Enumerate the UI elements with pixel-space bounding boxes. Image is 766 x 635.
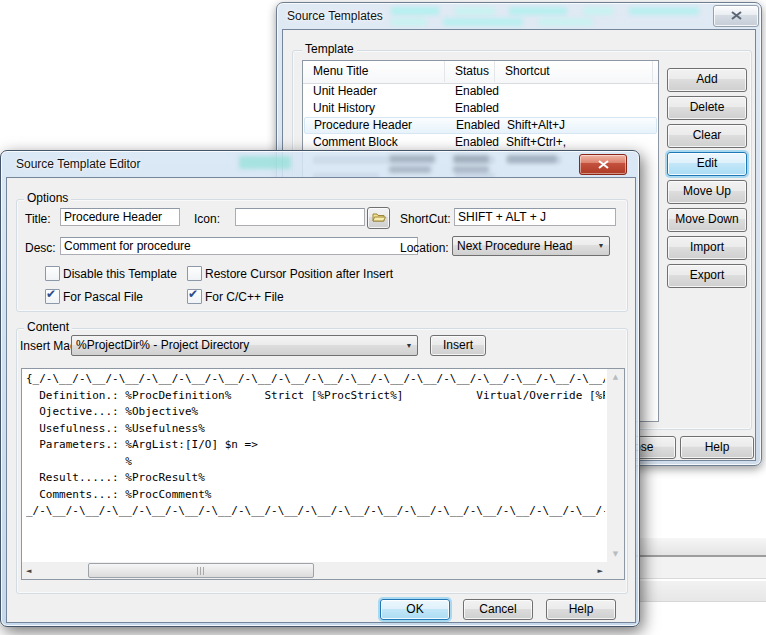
- table-row-selected[interactable]: Procedure Header Enabled Shift+Alt+J: [304, 117, 657, 134]
- glass-reflection: [455, 7, 495, 15]
- scroll-left-icon[interactable]: ◄: [26, 567, 31, 575]
- icon-field[interactable]: [235, 208, 365, 226]
- add-button[interactable]: Add: [667, 68, 747, 92]
- table-row[interactable]: Comment Block Enabled Shift+Ctrl+,: [303, 134, 658, 151]
- cell-shortcut: [506, 83, 646, 100]
- cell-status: Enabled: [455, 134, 503, 151]
- move-up-button[interactable]: Move Up: [667, 180, 747, 204]
- insert-macro-dropdown[interactable]: %ProjectDir% - Project Directory ▼: [71, 335, 418, 356]
- dialog-title: Source Templates: [287, 9, 383, 23]
- shortcut-field[interactable]: SHIFT + ALT + J: [454, 208, 616, 226]
- edit-button[interactable]: Edit: [667, 152, 747, 176]
- obscured-text: [453, 155, 489, 163]
- desc-label: Desc:: [25, 241, 56, 255]
- chevron-down-icon: ▼: [401, 336, 417, 355]
- help-button[interactable]: Help: [546, 599, 616, 620]
- disable-template-checkbox[interactable]: [45, 266, 60, 281]
- dialog-title: Source Template Editor: [16, 157, 141, 171]
- table-row[interactable]: Unit Header Enabled: [303, 83, 658, 100]
- obscured-text: [507, 155, 557, 163]
- disable-template-label: Disable this Template: [63, 267, 177, 281]
- column-header-menu-title[interactable]: Menu Title: [303, 61, 445, 82]
- cell-menu-title: Comment Block: [313, 134, 443, 151]
- clear-button[interactable]: Clear: [667, 124, 747, 148]
- cell-shortcut: [506, 100, 646, 117]
- template-group-label: Template: [302, 43, 357, 56]
- glass-reflection: [239, 156, 291, 169]
- import-button[interactable]: Import: [667, 236, 747, 260]
- list-header[interactable]: Menu Title Status Shortcut: [303, 61, 658, 84]
- cell-menu-title: Procedure Header: [314, 118, 444, 133]
- obscured-text: [453, 166, 489, 173]
- restore-cursor-checkbox[interactable]: [187, 266, 202, 281]
- background-panel-bottom: [618, 581, 766, 602]
- content-group-label: Content: [24, 321, 72, 334]
- insert-macro-value: %ProjectDir% - Project Directory: [76, 336, 399, 355]
- scrollbar-thumb[interactable]: [88, 563, 314, 578]
- obscured-text: [389, 155, 435, 163]
- chevron-down-icon: ▼: [593, 237, 609, 255]
- location-value: Next Procedure Head: [457, 237, 591, 255]
- browse-icon-button[interactable]: [367, 207, 390, 229]
- cell-menu-title: Unit History: [313, 100, 443, 117]
- delete-button[interactable]: Delete: [667, 96, 747, 120]
- restore-cursor-label: Restore Cursor Position after Insert: [205, 267, 393, 281]
- pascal-file-label: For Pascal File: [63, 290, 143, 304]
- table-row[interactable]: Unit History Enabled: [303, 100, 658, 117]
- scroll-right-icon[interactable]: ►: [598, 567, 603, 575]
- options-group-label: Options: [24, 192, 71, 205]
- title-field[interactable]: Procedure Header: [60, 208, 180, 226]
- desc-field[interactable]: Comment for procedure: [60, 237, 418, 255]
- scroll-up-icon[interactable]: ▲: [607, 373, 624, 381]
- vertical-scrollbar[interactable]: ▲ ▼: [607, 369, 624, 562]
- help-button[interactable]: Help: [680, 436, 754, 459]
- pascal-file-checkbox[interactable]: ✔: [45, 289, 60, 304]
- template-content-editor[interactable]: {_/-\__/-\__/-\__/-\__/-\__/-\__/-\__/-\…: [21, 368, 625, 580]
- cpp-file-checkbox[interactable]: ✔: [187, 289, 202, 304]
- move-down-button[interactable]: Move Down: [667, 208, 747, 232]
- editor-titlebar[interactable]: Source Template Editor: [1, 151, 639, 177]
- source-templates-titlebar[interactable]: Source Templates: [277, 3, 761, 29]
- export-button[interactable]: Export: [667, 264, 747, 288]
- cell-shortcut: Shift+Ctrl+,: [506, 134, 646, 151]
- scroll-down-icon[interactable]: ▼: [607, 550, 624, 558]
- insert-button[interactable]: Insert: [430, 335, 486, 356]
- folder-open-icon: [372, 211, 386, 223]
- horizontal-scrollbar[interactable]: ◄ ►: [22, 562, 607, 579]
- cancel-button[interactable]: Cancel: [463, 599, 533, 620]
- icon-label: Icon:: [194, 212, 220, 226]
- check-icon: ✔: [188, 287, 198, 301]
- obscured-text: [389, 166, 431, 173]
- scrollbar-corner: [607, 562, 624, 579]
- ok-button[interactable]: OK: [380, 599, 450, 620]
- close-button[interactable]: [713, 5, 759, 27]
- shortcut-label: ShortCut:: [400, 212, 451, 226]
- background-panel-middle: [618, 557, 766, 579]
- check-icon: ✔: [46, 287, 56, 301]
- column-header-spacer: [653, 61, 668, 82]
- cell-status: Enabled: [455, 83, 503, 100]
- close-icon: [598, 160, 609, 169]
- thumb-grip: [197, 567, 204, 575]
- source-template-editor-dialog: Source Template Editor Options Title: Pr…: [0, 150, 640, 627]
- title-label: Title:: [25, 212, 51, 226]
- location-label: Location:: [400, 241, 449, 255]
- glass-reflection: [583, 7, 613, 15]
- close-icon: [731, 11, 742, 20]
- cell-menu-title: Unit Header: [313, 83, 443, 100]
- close-button[interactable]: [579, 154, 627, 175]
- cell-shortcut: Shift+Alt+J: [507, 118, 647, 133]
- column-header-shortcut[interactable]: Shortcut: [495, 61, 653, 82]
- background-panel-top: [618, 538, 766, 557]
- glass-reflection: [539, 18, 593, 26]
- cell-status: Enabled: [456, 118, 504, 133]
- glass-reflection: [509, 7, 567, 15]
- cpp-file-label: For C/C++ File: [205, 290, 284, 304]
- glass-reflection: [391, 18, 427, 26]
- column-header-status[interactable]: Status: [445, 61, 495, 82]
- glass-reflection: [391, 7, 439, 15]
- location-dropdown[interactable]: Next Procedure Head ▼: [452, 236, 610, 256]
- cell-status: Enabled: [455, 100, 503, 117]
- glass-reflection: [443, 18, 523, 26]
- template-text: {_/-\__/-\__/-\__/-\__/-\__/-\__/-\__/-\…: [26, 371, 605, 560]
